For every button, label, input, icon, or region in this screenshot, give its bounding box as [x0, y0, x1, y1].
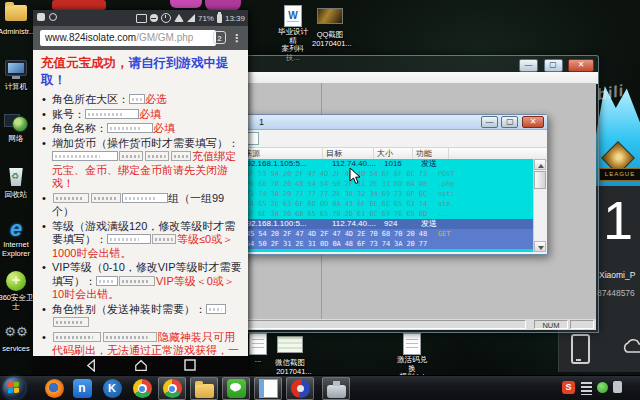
small-button[interactable] [53, 317, 89, 327]
desktop-icon-computer[interactable]: 计算机 [0, 58, 34, 92]
firefox-icon [45, 379, 64, 398]
item-label: 角色名称： [52, 122, 107, 134]
desktop-icon-services[interactable]: ⚙⚙services [0, 322, 34, 354]
sogou-tray-icon[interactable]: S [562, 381, 575, 394]
cast-icon [136, 14, 147, 23]
small-button[interactable] [103, 332, 157, 342]
windows-taskbar: nK S [0, 375, 640, 400]
start-button[interactable] [3, 377, 25, 399]
hex-dump-row: 54 50 2F 31 2E 31 0D 0A 48 6F 73 74 3A 2… [242, 239, 546, 249]
text-input[interactable] [85, 109, 139, 119]
text-input[interactable] [96, 276, 118, 286]
desktop-icon-360-safe[interactable]: 360安全卫士 [0, 270, 34, 311]
desktop-icon-wechat-screenshot[interactable]: 微信截图_2017041... [272, 332, 308, 376]
taskbar-item-device-tool[interactable] [322, 377, 350, 400]
web-page-content: 充值元宝成功，请自行到游戏中提取！ 角色所在大区：必选账号：必填角色名称：必填增… [33, 50, 248, 356]
wallpaper-red-shape [52, 0, 106, 10]
desktop-icon-administrator-folder[interactable]: Administr... [0, 2, 34, 37]
partial-doc-icon [245, 333, 271, 355]
packet-cell: 发送 [421, 159, 437, 169]
taskbar-item-screen-recorder[interactable] [286, 377, 314, 400]
taskbar-item-browser-n[interactable]: n [68, 377, 96, 400]
small-button[interactable] [119, 151, 143, 161]
packet-cell: 924 [384, 219, 397, 229]
browser-menu-icon[interactable]: ⋮ [231, 30, 242, 46]
scroll-thumb[interactable] [534, 171, 546, 189]
hex-ascii: ost: [438, 189, 454, 199]
taskbar-item-wechat[interactable] [222, 377, 250, 400]
form-item: 等级（游戏满级120，修改等级时才需要填写）：等级≤0或＞1000时会出错。 [41, 220, 244, 261]
small-button[interactable] [145, 151, 169, 161]
form-item: 隐藏神装只可用代码刷出，无法通过正常游戏获得，一次性发送共4件， [41, 331, 244, 357]
desktop-icon-qq-screenshot[interactable]: QQ截图20170401... [312, 4, 348, 48]
taskbar-item-kugou[interactable]: K [98, 377, 126, 400]
device-name: Xiaomi_P [599, 270, 635, 280]
small-button[interactable] [91, 193, 121, 203]
hex-dump-row: 74 65 2E 63 6F 6D 0D 0A 43 6F 6E 6E 65 6… [242, 199, 546, 209]
main-window-statusbar: NUM [243, 319, 596, 330]
desktop-icon-label: 计算机 [0, 83, 34, 92]
status-cell [570, 320, 594, 329]
word-doc-icon: W [280, 5, 306, 27]
scroll-down-icon[interactable] [534, 241, 546, 252]
minimize-button[interactable]: — [481, 116, 498, 128]
packet-window-titlebar[interactable]: 1 — ▢ ✕ [241, 115, 547, 130]
network-icon [3, 112, 29, 134]
tab-count-button[interactable]: 2 [213, 31, 226, 44]
network-tray-icon[interactable] [581, 382, 592, 395]
taskbar-item-explorer[interactable] [190, 377, 218, 400]
small-button[interactable] [152, 234, 176, 244]
wechat-tray-icon[interactable] [597, 382, 608, 393]
battery-percent: 71% [198, 14, 214, 23]
computer-icon [3, 60, 29, 82]
text-input[interactable] [122, 193, 168, 203]
minimize-button[interactable]: — [519, 59, 538, 72]
hex-ascii: GET [438, 229, 450, 239]
home-icon[interactable] [134, 359, 148, 372]
packet-list[interactable]: 192.168.1.105:5...112.74.40....1016发送4F … [242, 159, 546, 252]
cloud-icon[interactable] [621, 338, 640, 360]
desktop-icon-internet-explorer[interactable]: eInternet Explorer [0, 218, 34, 258]
usb-tray-icon[interactable] [613, 381, 622, 393]
text-input[interactable] [107, 234, 151, 244]
hex-ascii: POST [438, 169, 454, 179]
scroll-up-icon[interactable] [534, 159, 546, 170]
taskbar-item-chrome-2[interactable] [158, 377, 186, 400]
text-input[interactable] [129, 94, 145, 104]
url-bar[interactable]: www.824isolate.com/GM/GM.php [40, 30, 216, 46]
text-input[interactable] [107, 123, 153, 133]
packet-row[interactable]: 192.168.1.100:5...112.74.40....924发送 [242, 219, 546, 229]
recents-icon[interactable] [184, 359, 196, 371]
desktop-icon-network[interactable]: 网络 [0, 112, 34, 144]
maximize-button[interactable]: ▢ [501, 116, 518, 128]
text-input[interactable] [206, 304, 226, 314]
close-button[interactable]: ✕ [522, 116, 544, 128]
required-note: 必选 [145, 93, 167, 105]
desktop-icon-label: QQ截图20170401... [312, 31, 348, 48]
desktop-icon-word-doc[interactable]: W毕业设计精案列科技... [275, 4, 311, 62]
text-input[interactable] [52, 151, 118, 161]
desktop-icon-label: Administr... [0, 28, 34, 37]
desktop-icon-label: 360安全卫士 [0, 294, 34, 311]
phone-icon[interactable] [571, 334, 590, 364]
packet-row[interactable]: 192.168.1.105:5...112.74.40....1016发送 [242, 159, 546, 169]
taskbar-item-chrome[interactable] [128, 377, 156, 400]
back-icon[interactable] [85, 359, 98, 372]
maximize-button[interactable]: ▢ [544, 59, 563, 72]
taskbar-item-notepad[interactable] [254, 377, 282, 400]
small-button[interactable] [53, 193, 89, 203]
hex-dump-row: 6F 6E 3A 20 6B 65 65 70 2D 61 6C 69 76 6… [242, 209, 546, 219]
packet-cell: 192.168.1.105:5... [242, 159, 307, 169]
main-window-titlebar[interactable]: — ▢ ✕ [241, 56, 598, 72]
wechat-icon [227, 379, 246, 398]
small-button[interactable] [171, 151, 191, 161]
small-button[interactable] [119, 276, 155, 286]
hex-dump-row: 73 74 3A 20 77 77 77 2E 38 32 34 69 73 6… [242, 189, 546, 199]
close-button[interactable]: ✕ [568, 59, 594, 72]
taskbar-item-firefox[interactable] [40, 377, 68, 400]
form-item: 账号：必填 [41, 108, 244, 122]
desktop-icon-label: 微信截图_2017041... [272, 359, 308, 376]
desktop-icon-recycle-bin[interactable]: 回收站 [0, 166, 34, 200]
small-button[interactable] [53, 332, 101, 342]
scrollbar[interactable] [533, 159, 546, 252]
